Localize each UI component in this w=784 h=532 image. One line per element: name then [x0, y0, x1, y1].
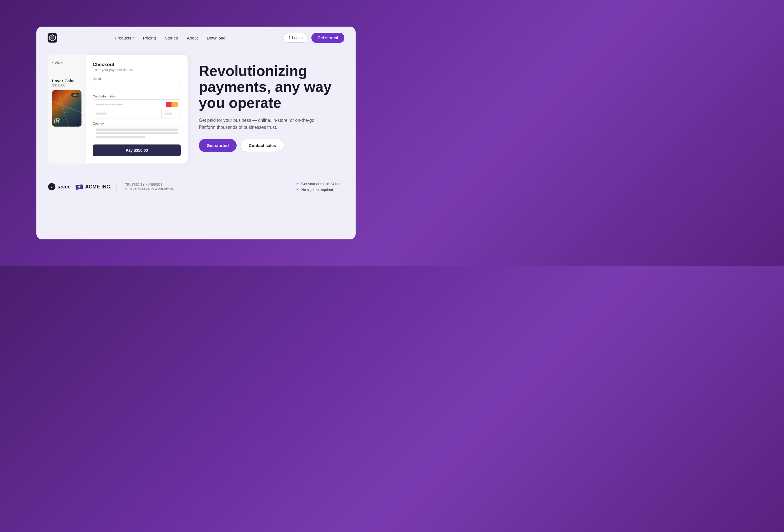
- nav-get-started-button[interactable]: Get started: [311, 33, 344, 43]
- cvc-placeholder: [164, 113, 172, 114]
- country-input[interactable]: [93, 127, 181, 140]
- hero-text: Revolutionizing payments, any way you op…: [199, 55, 344, 161]
- card-expiry-input[interactable]: [93, 109, 161, 118]
- trust-badges: ✓ Get your demo in 24 hours ✓ No sign up…: [296, 182, 344, 192]
- trust-badge-demo: ✓ Get your demo in 24 hours: [296, 182, 344, 186]
- pay-button[interactable]: Pay $350.00: [93, 144, 181, 156]
- svg-text:A: A: [51, 186, 53, 189]
- trusted-text: TRUSTED BY HUNDREDS OF BUSINESSES IN WOR…: [125, 183, 174, 191]
- brand-acme-name: acme: [58, 184, 71, 190]
- country-line-3: [96, 136, 145, 138]
- acme-inc-logo-icon: [75, 183, 83, 191]
- trust-badge-signup: ✓ No sign up required: [296, 188, 344, 192]
- product-image: IR 88%: [52, 90, 82, 127]
- check-icon-2: ✓: [296, 188, 299, 192]
- brand-acme: A acme: [48, 183, 71, 191]
- chevron-left-icon: ‹: [52, 60, 53, 64]
- brand-acme-inc: ACME INC.: [75, 183, 111, 191]
- brand-divider: [116, 183, 116, 191]
- nav-products[interactable]: Products ▾: [115, 35, 134, 40]
- country-line-2: [96, 132, 178, 134]
- nav-stories[interactable]: Stories: [165, 35, 178, 40]
- product-price: $350.00: [52, 83, 82, 87]
- checkout-subtitle: Enter your payment details: [93, 68, 181, 72]
- email-input[interactable]: [93, 82, 181, 91]
- nav-download[interactable]: Download: [207, 35, 226, 40]
- country-label: Country: [93, 122, 181, 125]
- checkout-panel: Checkout Enter your payment details Emai…: [86, 55, 188, 164]
- card-label: Card information: [93, 95, 181, 98]
- main-card: Products ▾ Pricing Stories About Downloa…: [36, 27, 356, 240]
- nav-pricing[interactable]: Pricing: [143, 35, 156, 40]
- country-line-1: [96, 129, 178, 131]
- card-number-input[interactable]: [93, 100, 181, 109]
- get-started-button[interactable]: Get started: [199, 139, 236, 152]
- svg-line-3: [52, 101, 82, 113]
- nav-about[interactable]: About: [187, 35, 198, 40]
- login-icon: ⤴: [288, 35, 290, 40]
- expiry-placeholder: [96, 113, 107, 114]
- hero-heading: Revolutionizing payments, any way you op…: [199, 63, 344, 111]
- navbar: Products ▾ Pricing Stories About Downloa…: [36, 27, 356, 49]
- card-number-dots: [96, 104, 123, 105]
- hero-section: ‹ Back Layer Cake $350.00 IR 88% Checko: [36, 49, 356, 175]
- card-cvc-input[interactable]: [161, 109, 181, 118]
- navbar-nav: Products ▾ Pricing Stories About Downloa…: [115, 35, 226, 40]
- bottom-section: A acme ACME INC. TRUSTED BY HUNDREDS OF …: [36, 175, 356, 198]
- navbar-actions: ⤴ Log in Get started: [283, 33, 344, 43]
- checkout-wrapper: ‹ Back Layer Cake $350.00 IR 88% Checko: [48, 55, 188, 164]
- chevron-down-icon: ▾: [133, 36, 134, 40]
- login-button[interactable]: ⤴ Log in: [283, 33, 308, 43]
- navbar-left: [48, 33, 57, 43]
- trusted-brands: A acme ACME INC. TRUSTED BY HUNDREDS OF …: [48, 183, 174, 191]
- logo-icon[interactable]: [48, 33, 57, 43]
- checkout-title: Checkout: [93, 62, 181, 67]
- card-brand-icons: [166, 102, 178, 107]
- card-expiry-cvc-row: [93, 109, 181, 118]
- email-label: Email: [93, 77, 181, 80]
- hero-buttons: Get started Contact sales: [199, 139, 344, 152]
- svg-line-4: [58, 90, 69, 127]
- product-name: Layer Cake: [52, 78, 82, 83]
- hero-subtext: Get paid for your business — online, in-…: [199, 117, 328, 131]
- back-panel: ‹ Back Layer Cake $350.00 IR 88%: [48, 55, 86, 164]
- contact-sales-button[interactable]: Contact sales: [241, 139, 284, 152]
- brand-acme-inc-name: ACME INC.: [85, 184, 111, 190]
- check-icon-1: ✓: [296, 182, 299, 186]
- acme-logo-icon: A: [48, 183, 56, 191]
- back-button[interactable]: ‹ Back: [52, 60, 82, 64]
